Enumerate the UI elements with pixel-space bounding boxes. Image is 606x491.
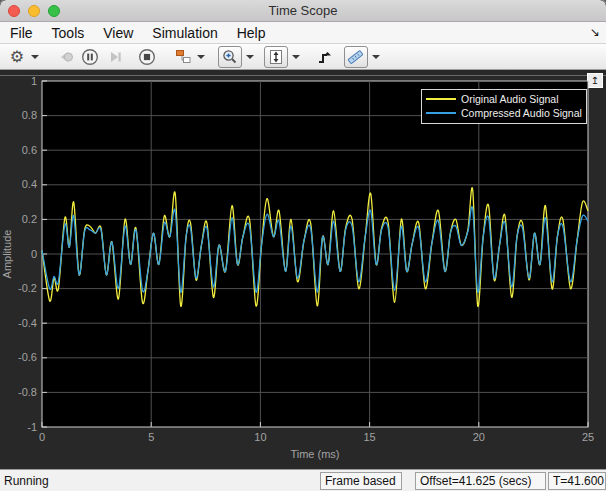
x-tick-label: 5 <box>148 431 154 443</box>
legend-row: Compressed Audio Signal <box>426 106 582 120</box>
y-tick-label: 0.2 <box>22 213 37 225</box>
legend-line-sample <box>426 98 456 100</box>
menu-item-simulation[interactable]: Simulation <box>152 25 217 41</box>
window-title: Time Scope <box>0 0 606 22</box>
menu-item-file[interactable]: File <box>10 25 33 41</box>
y-tick-label: -0.6 <box>18 351 37 363</box>
y-tick-label: -1 <box>27 421 37 433</box>
y-tick-label: 1 <box>31 75 37 87</box>
menu-item-tools[interactable]: Tools <box>52 25 85 41</box>
x-tick-label: 25 <box>582 431 594 443</box>
scope-plot[interactable]: 051015202510.80.60.40.20-0.2-0.4-0.6-0.8… <box>0 70 606 469</box>
zoom-in-button[interactable] <box>218 46 242 68</box>
menu-item-view[interactable]: View <box>103 25 133 41</box>
legend-label: Original Audio Signal <box>461 93 558 105</box>
y-tick-label: 0.8 <box>22 109 37 121</box>
y-tick-label: 0.6 <box>22 144 37 156</box>
scale-y-axis-button[interactable] <box>264 46 288 68</box>
y-axis-label: Amplitude <box>1 230 13 279</box>
x-tick-label: 0 <box>39 431 45 443</box>
zoom-in-icon <box>221 48 239 66</box>
zoom-dropdown-icon[interactable] <box>246 55 254 59</box>
y-tick-label: -0.2 <box>18 282 37 294</box>
legend-row: Original Audio Signal <box>426 92 582 106</box>
status-frame-based: Frame based <box>320 472 402 490</box>
trigger-icon[interactable] <box>315 47 335 67</box>
measurements-ruler-icon <box>347 48 365 66</box>
x-axis-label: Time (ms) <box>290 448 339 460</box>
step-forward-icon <box>105 47 125 67</box>
x-tick-label: 20 <box>473 431 485 443</box>
toolbar: ⚙ <box>0 44 606 70</box>
title-bar[interactable]: Time Scope <box>0 0 606 22</box>
x-tick-label: 10 <box>254 431 266 443</box>
measurements-ruler-button[interactable] <box>344 46 368 68</box>
menu-bar: FileToolsViewSimulationHelp↘ <box>0 22 606 44</box>
settings-gear-icon[interactable]: ⚙ <box>7 47 27 67</box>
time-scope-window: Time Scope FileToolsViewSimulationHelp↘ … <box>0 0 606 491</box>
menu-item-help[interactable]: Help <box>237 25 266 41</box>
y-tick-label: 0.4 <box>22 178 37 190</box>
status-offset: Offset=41.625 (secs) <box>415 472 546 490</box>
highlight-dropdown-icon[interactable] <box>197 55 205 59</box>
step-back-icon <box>55 47 75 67</box>
status-time: T=41.600 <box>548 472 606 490</box>
status-bar: Running Frame based Offset=41.625 (secs)… <box>0 469 606 491</box>
measurements-dropdown-icon[interactable] <box>372 55 380 59</box>
y-tick-label: 0 <box>31 248 37 260</box>
y-tick-label: -0.4 <box>18 317 37 329</box>
x-tick-label: 15 <box>363 431 375 443</box>
status-running-label: Running <box>4 470 49 491</box>
stop-icon[interactable] <box>137 47 157 67</box>
scope-display-panel: ↥ 051015202510.80.60.40.20-0.2-0.4-0.6-0… <box>0 70 606 469</box>
settings-dropdown-icon[interactable] <box>31 55 39 59</box>
menu-overflow-icon[interactable]: ↘ <box>590 25 600 39</box>
legend-label: Compressed Audio Signal <box>461 107 582 119</box>
scale-y-axis-icon <box>267 48 285 66</box>
scale-dropdown-icon[interactable] <box>292 55 300 59</box>
legend[interactable]: Original Audio SignalCompressed Audio Si… <box>421 89 587 124</box>
pause-icon[interactable] <box>80 47 100 67</box>
y-tick-label: -0.8 <box>18 386 37 398</box>
legend-line-sample <box>426 112 456 114</box>
highlight-simulink-block-icon[interactable] <box>173 47 193 67</box>
